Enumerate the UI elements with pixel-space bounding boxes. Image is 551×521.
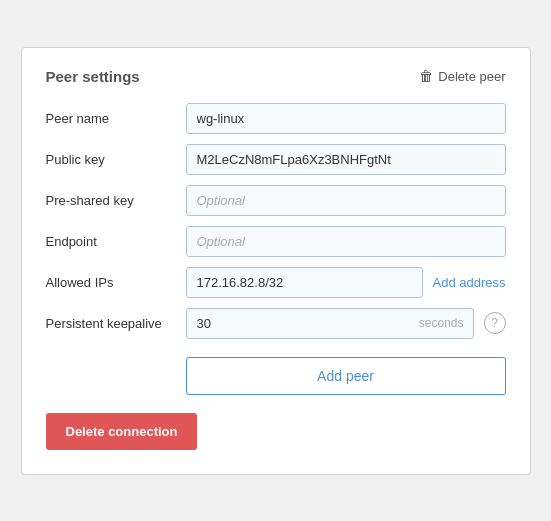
delete-peer-button[interactable]: 🗑 Delete peer bbox=[419, 68, 505, 84]
card-header: Peer settings 🗑 Delete peer bbox=[46, 68, 506, 85]
public-key-input[interactable] bbox=[186, 144, 506, 175]
add-address-button[interactable]: Add address bbox=[433, 275, 506, 290]
persistent-keepalive-label: Persistent keepalive bbox=[46, 316, 186, 331]
peer-name-row: Peer name bbox=[46, 103, 506, 134]
allowed-ips-input[interactable] bbox=[186, 267, 423, 298]
public-key-row: Public key bbox=[46, 144, 506, 175]
endpoint-row: Endpoint bbox=[46, 226, 506, 257]
persistent-keepalive-input[interactable] bbox=[186, 308, 474, 339]
peer-name-input[interactable] bbox=[186, 103, 506, 134]
allowed-ips-row: Allowed IPs Add address bbox=[46, 267, 506, 298]
persistent-keepalive-row: Persistent keepalive seconds ? bbox=[46, 308, 506, 339]
delete-peer-label: Delete peer bbox=[438, 69, 505, 84]
delete-connection-button[interactable]: Delete connection bbox=[46, 413, 198, 450]
pre-shared-key-input[interactable] bbox=[186, 185, 506, 216]
pre-shared-key-label: Pre-shared key bbox=[46, 193, 186, 208]
endpoint-input[interactable] bbox=[186, 226, 506, 257]
add-peer-button[interactable]: Add peer bbox=[186, 357, 506, 395]
trash-icon: 🗑 bbox=[419, 68, 433, 84]
allowed-ips-input-wrapper bbox=[186, 267, 423, 298]
public-key-label: Public key bbox=[46, 152, 186, 167]
pre-shared-key-input-wrapper bbox=[186, 185, 506, 216]
endpoint-label: Endpoint bbox=[46, 234, 186, 249]
endpoint-input-wrapper bbox=[186, 226, 506, 257]
public-key-input-wrapper bbox=[186, 144, 506, 175]
peer-settings-card: Peer settings 🗑 Delete peer Peer name Pu… bbox=[21, 47, 531, 475]
allowed-ips-label: Allowed IPs bbox=[46, 275, 186, 290]
persistent-keepalive-input-wrapper: seconds bbox=[186, 308, 474, 339]
help-icon[interactable]: ? bbox=[484, 312, 506, 334]
peer-settings-title: Peer settings bbox=[46, 68, 140, 85]
pre-shared-key-row: Pre-shared key bbox=[46, 185, 506, 216]
peer-name-input-wrapper bbox=[186, 103, 506, 134]
peer-name-label: Peer name bbox=[46, 111, 186, 126]
